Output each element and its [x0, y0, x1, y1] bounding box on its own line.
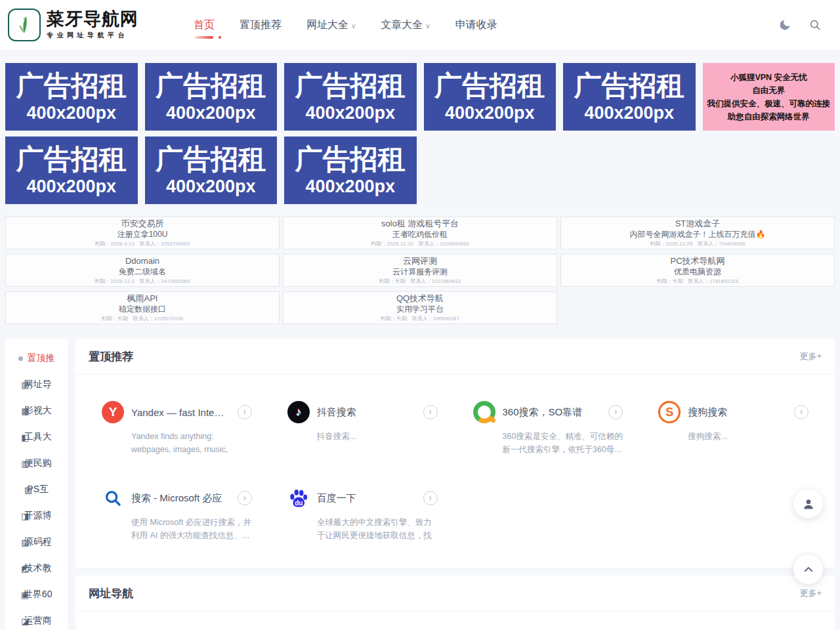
vpn-ad-line: 我们提供安全、极速、可靠的连接	[707, 97, 831, 110]
ad-banner[interactable]: 广告招租 400x200px	[424, 63, 556, 131]
category-icon: ▣	[21, 590, 29, 600]
arrow-right-icon[interactable]: ›	[794, 405, 808, 419]
ad-banner-title: 广告招租	[156, 146, 266, 173]
ad-banner-title: 广告招租	[295, 72, 406, 100]
nav-item-sites[interactable]: 网址大全 ∨	[306, 18, 356, 32]
more-link[interactable]: 更多+	[799, 350, 822, 362]
user-icon	[802, 497, 815, 511]
360-search-icon	[473, 401, 495, 423]
arrow-right-icon[interactable]: ›	[238, 405, 252, 419]
ad-banner-title: 广告招租	[16, 72, 127, 100]
sidebar-item-ps[interactable]: ▨ PS互	[5, 476, 68, 503]
sidebar-item-carrier[interactable]: ◪ 运营商	[5, 608, 68, 630]
site-card-sogou[interactable]: S 搜狗搜索 › 搜狗搜索...	[658, 401, 808, 457]
sidebar-item-sites[interactable]: ▤ 网址导	[5, 371, 68, 398]
ad-banner[interactable]: 广告招租 400x200px	[284, 136, 417, 204]
text-ad[interactable]: ST游戏盒子 内部号全网游戏盒子！上线百万充值🔥 到期：2025-12-25 联…	[560, 217, 835, 249]
category-icon: ◨	[21, 511, 29, 521]
site-card-baidu[interactable]: du 百度一下 › 全球最大的中文搜索引擎、致力于让网民更便捷地获取信息，找到…	[287, 487, 438, 543]
arrow-right-icon[interactable]: ›	[423, 491, 438, 505]
text-ad[interactable]: Ddomain 免费二级域名 到期：2025-12-2 联系人：24726520…	[5, 254, 280, 287]
site-logo[interactable]: 菜牙导航网 专业网址导航平台	[8, 9, 138, 41]
sidebar-item-movies[interactable]: ▦ 影视大	[5, 398, 68, 424]
chevron-down-icon: ∨	[351, 22, 356, 30]
section-title: 网址导航	[89, 586, 133, 601]
ad-banner[interactable]: 广告招租 400x200px	[145, 63, 278, 131]
sites-section-header: 网址导航 更多+	[75, 576, 835, 612]
sidebar-item-sourcecode[interactable]: ▧ 源码程	[5, 529, 68, 555]
text-ad[interactable]: 币安交易所 注册立拿100U 到期：2026-3-13 联系人：10537940…	[5, 217, 280, 249]
vpn-ad-banner[interactable]: 小狐狸VPN 安全无忧 自由无界 我们提供安全、极速、可靠的连接 助您自由探索网…	[703, 63, 835, 131]
site-card-title: Yandex — fast Inte…	[131, 407, 234, 418]
dark-mode-moon-icon[interactable]	[778, 18, 791, 32]
nav-item-home[interactable]: 首页	[194, 18, 215, 32]
text-ad-subtitle: 优质电脑资源	[674, 268, 721, 277]
main-nav: 首页 置顶推荐 网址大全 ∨ 文章大全 ∨ 申请收录	[194, 18, 497, 32]
text-ad-subtitle: 云计算服务评测	[392, 268, 448, 277]
logo-sprout-icon	[8, 9, 41, 41]
sogou-icon: S	[658, 401, 681, 423]
sidebar-item-opensource[interactable]: ◨ 开源博	[5, 503, 68, 529]
arrow-right-icon[interactable]: ›	[238, 491, 252, 505]
header-icons	[778, 18, 822, 32]
text-ad[interactable]: QQ技术导航 实用学习平台 到期：长期 联系人：190599267	[283, 291, 557, 324]
text-ad-subtitle: 内部号全网游戏盒子！上线百万充值🔥	[630, 230, 766, 240]
site-card-yandex[interactable]: Y Yandex — fast Inte… › Yandex finds any…	[102, 401, 252, 457]
nav-label: 置顶推荐	[240, 18, 282, 32]
sidebar-item-tools[interactable]: ◧ 工具大	[5, 424, 68, 450]
site-card-title: 百度一下	[317, 492, 419, 505]
sidebar-item-shopping[interactable]: ▥ 便民购	[5, 450, 68, 476]
category-icon: ◪	[21, 616, 29, 626]
category-icon: ◩	[21, 564, 29, 574]
text-ad[interactable]: 枫雨API 稳定数据接口 到期：长期 联系人：1225579156	[5, 291, 280, 324]
nav-label: 文章大全	[381, 18, 423, 32]
ad-banner-size: 400x200px	[305, 104, 395, 122]
vpn-ad-line: 小狐狸VPN 安全无忧	[730, 71, 807, 84]
nav-item-articles[interactable]: 文章大全 ∨	[381, 18, 430, 32]
text-ad-meta: 到期：2025-12-20 联系人：2109540660	[371, 242, 469, 247]
yandex-icon: Y	[102, 401, 124, 423]
text-ad-meta: 到期：长期 联系人：1037864613	[379, 279, 461, 284]
text-ad[interactable]: 云网评测 云计算服务评测 到期：长期 联系人：1037864613	[283, 254, 557, 287]
ad-banner[interactable]: 广告招租 400x200px	[5, 63, 138, 131]
nav-label: 网址大全	[306, 18, 348, 32]
ad-banner-title: 广告招租	[295, 146, 406, 173]
user-fab-button[interactable]	[793, 489, 823, 518]
sidebar-item-tutorials[interactable]: ◩ 技术教	[5, 555, 68, 581]
ad-banner-size: 400x200px	[26, 104, 116, 122]
site-card-bing[interactable]: 搜索 - Microsoft 必应 › 使用 Microsoft 必应进行搜索，…	[102, 487, 252, 543]
text-ad-subtitle: 实用学习平台	[396, 305, 444, 314]
nav-item-submit[interactable]: 申请收录	[455, 18, 497, 32]
text-ad[interactable]: solo租 游戏租号平台 王者吃鸡低价租 到期：2025-12-20 联系人：2…	[283, 217, 557, 249]
scroll-top-button[interactable]	[793, 555, 823, 584]
pinned-card-grid: Y Yandex — fast Inte… › Yandex finds any…	[75, 375, 835, 568]
text-ad-subtitle: 王者吃鸡低价租	[392, 230, 448, 240]
arrow-right-icon[interactable]: ›	[608, 405, 623, 419]
text-ad-meta: 到期：2026-3-13 联系人：1053794002	[95, 242, 190, 247]
arrow-right-icon[interactable]: ›	[423, 405, 438, 419]
category-icon: ▤	[21, 380, 29, 390]
douyin-icon: ♪	[287, 401, 310, 423]
header: 菜牙导航网 专业网址导航平台 首页 置顶推荐 网址大全 ∨ 文章大全 ∨ 申请收…	[0, 0, 840, 50]
ad-banner-title: 广告招租	[574, 72, 684, 100]
ad-banner[interactable]: 广告招租 400x200px	[145, 136, 278, 204]
text-ad[interactable]: PC技术导航网 优质电脑资源 到期：长期 联系人：1781892318	[560, 254, 835, 287]
text-ad-title: solo租 游戏租号平台	[381, 219, 459, 229]
nav-item-pinned[interactable]: 置顶推荐	[240, 18, 282, 32]
site-card-title: 抖音搜索	[317, 406, 419, 419]
site-title: 菜牙导航网	[47, 10, 138, 30]
sidebar-label: 置顶推	[28, 352, 55, 364]
search-icon[interactable]	[808, 18, 822, 32]
ad-banner[interactable]: 广告招租 400x200px	[284, 63, 417, 131]
ad-banner-size: 400x200px	[445, 104, 535, 122]
ad-banner[interactable]: 广告招租 400x200px	[563, 63, 696, 131]
site-card-360[interactable]: 360搜索，SO靠谱 › 360搜索是安全、精准、可信赖的新一代搜索引擎，依托于…	[473, 401, 623, 457]
svg-text:du: du	[295, 499, 303, 507]
main-column: 置顶推荐 更多+ Y Yandex — fast Inte… › Yandex …	[75, 339, 835, 630]
sidebar-item-pinned[interactable]: 置顶推	[5, 345, 68, 371]
ad-banner[interactable]: 广告招租 400x200px	[5, 136, 138, 204]
ad-banner-grid: 广告招租 400x200px 广告招租 400x200px 广告招租 400x2…	[5, 63, 835, 204]
more-link[interactable]: 更多+	[799, 587, 822, 599]
site-card-douyin[interactable]: ♪ 抖音搜索 › 抖音搜索...	[287, 401, 438, 457]
sidebar-item-world60[interactable]: ▣ 世界60	[5, 581, 68, 608]
